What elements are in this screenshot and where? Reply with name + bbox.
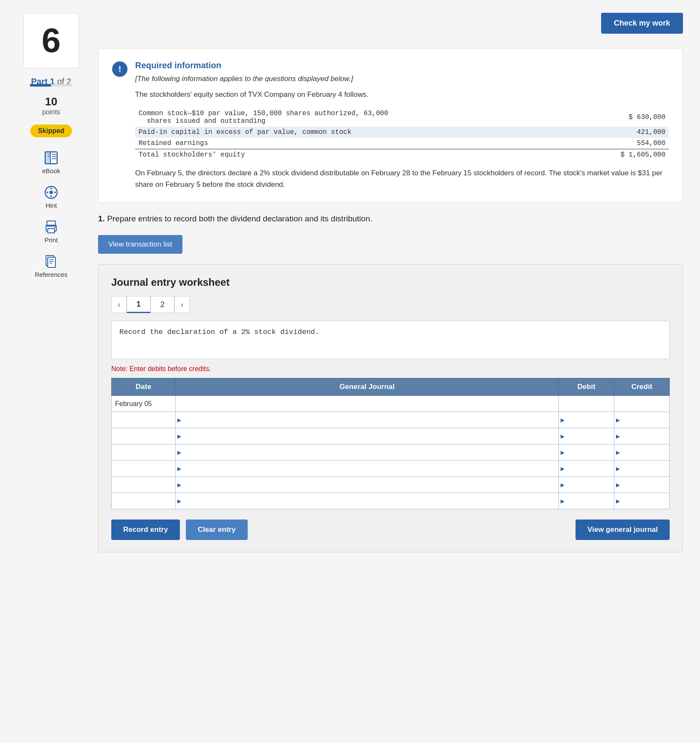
credit-cell[interactable] bbox=[614, 396, 670, 412]
view-general-journal-button[interactable]: View general journal bbox=[576, 520, 670, 540]
debit-input[interactable] bbox=[559, 444, 614, 460]
general-journal-input[interactable] bbox=[176, 461, 558, 476]
table-row: Paid-in capital in excess of par value, … bbox=[135, 127, 669, 138]
table-cell-label: Paid-in capital in excess of par value, … bbox=[135, 127, 579, 138]
check-my-work-button[interactable]: Check my work bbox=[601, 13, 683, 34]
transaction-btn-wrapper: View transaction list bbox=[98, 235, 683, 254]
debit-input[interactable] bbox=[559, 461, 614, 476]
points-value: 10 bbox=[42, 95, 61, 108]
general-journal-input[interactable] bbox=[176, 493, 558, 509]
references-button[interactable]: References bbox=[35, 254, 68, 278]
debit-input[interactable] bbox=[559, 428, 614, 444]
print-button[interactable]: Print bbox=[43, 219, 59, 244]
worksheet-title: Journal entry worksheet bbox=[111, 276, 670, 288]
hint-icon bbox=[43, 185, 59, 200]
bottom-buttons: Record entry Clear entry View general jo… bbox=[111, 520, 670, 540]
page-1-button[interactable]: 1 bbox=[127, 296, 150, 313]
debit-input[interactable] bbox=[559, 493, 614, 509]
date-cell bbox=[112, 412, 176, 428]
credit-input[interactable] bbox=[614, 396, 669, 412]
svg-rect-1 bbox=[45, 152, 50, 164]
table-row bbox=[112, 428, 670, 444]
general-journal-cell[interactable] bbox=[176, 461, 559, 477]
credit-input[interactable] bbox=[614, 493, 669, 509]
general-journal-input[interactable] bbox=[176, 396, 558, 412]
question-number-inline: 1. bbox=[98, 214, 105, 223]
general-journal-cell[interactable] bbox=[176, 396, 559, 412]
question-number: 6 bbox=[42, 21, 61, 60]
pagination: ‹ 1 2 › bbox=[111, 296, 670, 313]
table-row bbox=[112, 477, 670, 493]
points-label: points bbox=[42, 108, 61, 116]
debit-cell[interactable] bbox=[559, 428, 614, 444]
general-journal-cell[interactable] bbox=[176, 428, 559, 444]
svg-point-17 bbox=[55, 227, 56, 228]
svg-point-13 bbox=[49, 191, 53, 194]
debit-cell[interactable] bbox=[559, 477, 614, 493]
debit-cell[interactable] bbox=[559, 461, 614, 477]
date-cell bbox=[112, 477, 176, 493]
debit-cell[interactable] bbox=[559, 493, 614, 509]
references-icon bbox=[43, 254, 59, 269]
view-transaction-button[interactable]: View transaction list bbox=[98, 235, 182, 254]
general-journal-input[interactable] bbox=[176, 477, 558, 493]
prev-page-button[interactable]: ‹ bbox=[111, 296, 127, 313]
debit-header: Debit bbox=[559, 378, 614, 396]
main-content: Check my work ! Required information [Th… bbox=[98, 13, 683, 552]
sidebar: 6 Part 1 of 2 10 points Skipped bbox=[17, 13, 85, 552]
general-journal-input[interactable] bbox=[176, 428, 558, 444]
info-content: Required information [The following info… bbox=[135, 61, 669, 190]
credit-cell[interactable] bbox=[614, 444, 670, 461]
general-journal-input[interactable] bbox=[176, 444, 558, 460]
credit-cell[interactable] bbox=[614, 461, 670, 477]
general-journal-cell[interactable] bbox=[176, 493, 559, 509]
print-label: Print bbox=[45, 236, 58, 244]
clear-entry-button[interactable]: Clear entry bbox=[186, 520, 248, 540]
hint-button[interactable]: Hint bbox=[43, 185, 59, 209]
debit-cell[interactable] bbox=[559, 396, 614, 412]
info-description: The stockholders' equity section of TVX … bbox=[135, 89, 669, 100]
ebook-button[interactable]: eBook bbox=[42, 150, 61, 174]
table-row: Common stock—$10 par value, 150,000 shar… bbox=[135, 108, 669, 127]
progress-bar-fill bbox=[30, 84, 51, 87]
table-row: Retained earnings 554,000 bbox=[135, 138, 669, 149]
references-label: References bbox=[35, 271, 68, 278]
date-cell bbox=[112, 493, 176, 509]
general-journal-cell[interactable] bbox=[176, 444, 559, 461]
credit-input[interactable] bbox=[614, 477, 669, 493]
general-journal-input[interactable] bbox=[176, 412, 558, 428]
credit-cell[interactable] bbox=[614, 477, 670, 493]
general-journal-cell[interactable] bbox=[176, 477, 559, 493]
sidebar-icons: eBook Hint bbox=[35, 150, 68, 278]
table-cell-amount-total: $ 1,605,000 bbox=[579, 149, 669, 160]
journal-worksheet: Journal entry worksheet ‹ 1 2 › Record t… bbox=[98, 264, 683, 552]
credit-input[interactable] bbox=[614, 461, 669, 476]
debit-cell[interactable] bbox=[559, 412, 614, 428]
info-box: ! Required information [The following in… bbox=[98, 48, 683, 203]
journal-table: Date General Journal Debit Credit Februa… bbox=[111, 378, 670, 509]
credit-cell[interactable] bbox=[614, 428, 670, 444]
date-header: Date bbox=[112, 378, 176, 396]
debit-input[interactable] bbox=[559, 396, 614, 412]
credit-input[interactable] bbox=[614, 412, 669, 428]
journal-table-header-row: Date General Journal Debit Credit bbox=[112, 378, 670, 396]
debit-cell[interactable] bbox=[559, 444, 614, 461]
general-journal-cell[interactable] bbox=[176, 412, 559, 428]
top-bar: Check my work bbox=[98, 13, 683, 34]
debit-input[interactable] bbox=[559, 412, 614, 428]
credit-cell[interactable] bbox=[614, 412, 670, 428]
svg-rect-19 bbox=[48, 257, 55, 267]
debit-input[interactable] bbox=[559, 477, 614, 493]
credit-input[interactable] bbox=[614, 428, 669, 444]
credit-cell[interactable] bbox=[614, 493, 670, 509]
points-section: 10 points bbox=[42, 95, 61, 116]
record-entry-button[interactable]: Record entry bbox=[111, 520, 180, 540]
next-page-button[interactable]: › bbox=[174, 296, 190, 313]
print-icon bbox=[43, 219, 59, 235]
table-row bbox=[112, 444, 670, 461]
table-cell-label-total: Total stockholders' equity bbox=[135, 149, 579, 160]
credit-input[interactable] bbox=[614, 444, 669, 460]
page-2-button[interactable]: 2 bbox=[150, 296, 174, 313]
credit-header: Credit bbox=[614, 378, 670, 396]
date-cell bbox=[112, 461, 176, 477]
